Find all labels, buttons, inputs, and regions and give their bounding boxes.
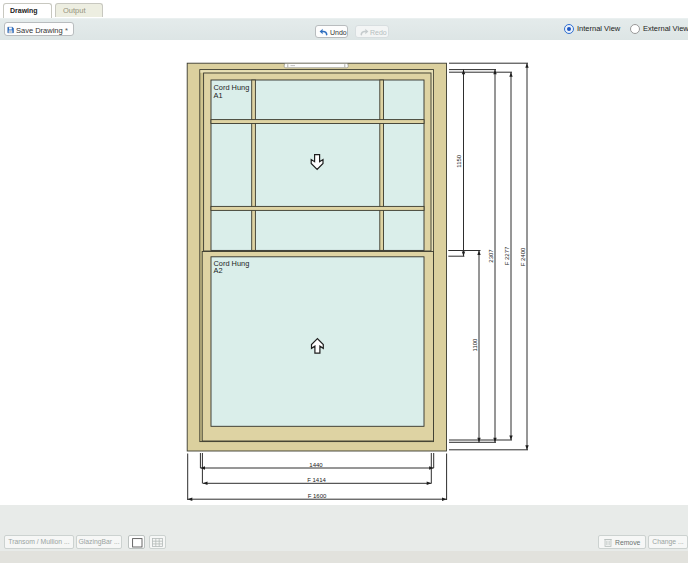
svg-text:1100: 1100 [472, 338, 478, 352]
svg-text:F 2277: F 2277 [504, 246, 510, 265]
svg-text:1150: 1150 [456, 154, 462, 168]
svg-text:A2: A2 [214, 266, 223, 275]
svg-text:2307: 2307 [488, 249, 494, 263]
svg-text:F 2400: F 2400 [520, 247, 526, 266]
svg-text:1440: 1440 [309, 462, 323, 468]
svg-text:F 1600: F 1600 [308, 493, 327, 499]
svg-text:A1: A1 [214, 91, 223, 100]
svg-text:F 1414: F 1414 [307, 477, 326, 483]
